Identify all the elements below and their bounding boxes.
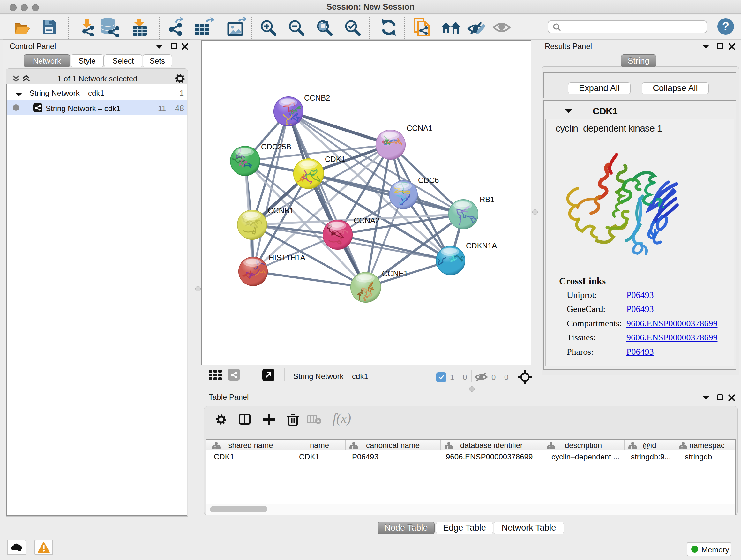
svg-text:CDC25B: CDC25B — [261, 142, 291, 151]
svg-text:CCNA2: CCNA2 — [354, 216, 380, 225]
svg-text:RB1: RB1 — [480, 195, 495, 204]
svg-text:CCNB2: CCNB2 — [304, 94, 330, 102]
svg-text:CCNE1: CCNE1 — [382, 269, 408, 278]
svg-text:CCNA1: CCNA1 — [407, 124, 432, 132]
svg-text:CDKN1A: CDKN1A — [466, 241, 497, 250]
svg-text:CDK1: CDK1 — [325, 155, 345, 164]
svg-text:CCNB1: CCNB1 — [268, 206, 293, 215]
svg-text:HIST1H1A: HIST1H1A — [269, 253, 306, 262]
svg-text:CDC6: CDC6 — [418, 176, 439, 185]
